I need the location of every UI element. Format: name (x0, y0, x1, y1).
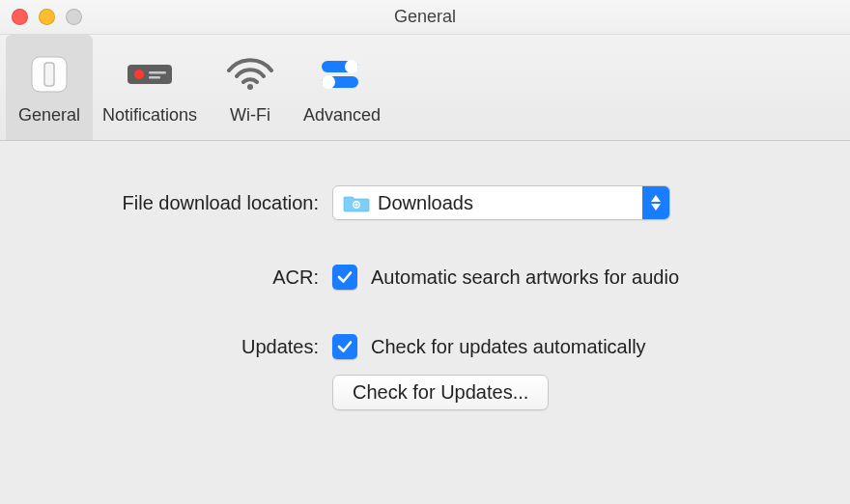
preferences-panel: File download location: Downloads ACR: (0, 141, 850, 449)
download-location-value: Downloads (378, 192, 642, 214)
close-icon[interactable] (12, 9, 28, 25)
tab-general[interactable]: General (6, 35, 93, 140)
acr-checkbox[interactable] (332, 265, 357, 290)
zoom-icon[interactable] (66, 9, 82, 25)
toolbar: General Notifications Wi-Fi (0, 35, 850, 141)
svg-point-3 (134, 70, 144, 79)
svg-point-6 (247, 84, 253, 90)
updates-checkbox[interactable] (332, 334, 357, 359)
tab-wifi[interactable]: Wi-Fi (207, 35, 294, 140)
checkmark-icon (336, 338, 354, 355)
svg-point-8 (345, 60, 358, 73)
notifications-icon (120, 51, 180, 98)
tab-notifications[interactable]: Notifications (93, 35, 207, 140)
advanced-icon (312, 51, 372, 98)
tab-wifi-label: Wi-Fi (230, 105, 270, 126)
svg-rect-4 (149, 71, 166, 74)
svg-rect-5 (149, 76, 160, 79)
download-location-row: File download location: Downloads (39, 185, 811, 220)
tab-advanced-label: Advanced (303, 105, 381, 126)
checkmark-icon (336, 268, 354, 286)
svg-point-10 (322, 75, 335, 89)
window-title: General (0, 7, 850, 27)
acr-option-text: Automatic search artworks for audio (371, 266, 679, 289)
popup-arrows-icon (642, 186, 669, 219)
tab-notifications-label: Notifications (102, 105, 197, 126)
svg-rect-1 (44, 63, 54, 86)
titlebar: General (0, 0, 850, 35)
updates-label: Updates: (39, 336, 319, 358)
folder-icon (343, 193, 370, 212)
minimize-icon[interactable] (39, 9, 55, 25)
svg-rect-2 (128, 65, 172, 84)
check-for-updates-button[interactable]: Check for Updates... (332, 375, 549, 410)
download-location-label: File download location: (39, 192, 319, 214)
acr-label: ACR: (39, 266, 319, 289)
updates-option-text: Check for updates automatically (371, 336, 646, 358)
updates-row: Updates: Check for updates automatically (39, 334, 811, 359)
general-icon (19, 51, 79, 98)
download-location-popup[interactable]: Downloads (332, 185, 670, 220)
acr-row: ACR: Automatic search artworks for audio (39, 265, 811, 290)
tab-general-label: General (18, 105, 80, 126)
window-controls (12, 9, 82, 25)
tab-advanced[interactable]: Advanced (294, 35, 390, 140)
wifi-icon (220, 51, 280, 98)
